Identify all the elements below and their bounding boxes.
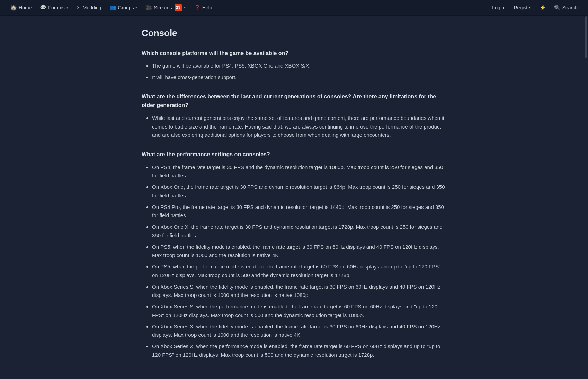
section-generations-diff: What are the differences between the las… [142, 92, 446, 140]
list-item: On Xbox One X, the frame rate target is … [152, 223, 446, 240]
nav-left: 🏠 Home 💬 Forums ▾ ✂ Modding 👥 Groups ▾ 🎥… [7, 0, 489, 16]
search-icon: 🔍 [554, 3, 561, 12]
section3-title: What are the performance settings on con… [142, 150, 446, 159]
nav-forums[interactable]: 💬 Forums ▾ [36, 0, 71, 16]
list-item: The game will be available for PS4, PS5,… [152, 62, 446, 70]
streams-chevron: ▾ [184, 5, 186, 10]
nav-register[interactable]: Register [510, 0, 535, 16]
section1-title: Which console platforms will the game be… [142, 49, 446, 58]
forums-icon: 💬 [40, 3, 46, 12]
nav-right: Log in Register ⚡ 🔍 Search [489, 0, 581, 16]
page-title: Console [142, 26, 446, 41]
section2-title: What are the differences between the las… [142, 92, 446, 110]
register-label: Register [514, 4, 532, 11]
notifications-button[interactable]: ⚡ [537, 1, 549, 14]
main-content: Console Which console platforms will the… [86, 16, 502, 379]
help-icon: ❓ [194, 3, 201, 12]
groups-icon: 👥 [110, 3, 116, 12]
forums-chevron: ▾ [66, 5, 68, 10]
home-label: Home [19, 4, 32, 11]
nav-help[interactable]: ❓ Help [190, 0, 216, 16]
nav-login[interactable]: Log in [489, 0, 509, 16]
groups-chevron: ▾ [135, 5, 137, 10]
groups-label: Groups [118, 4, 134, 11]
list-item: On PS4 Pro, the frame rate target is 30 … [152, 203, 446, 220]
scrollbar-track[interactable] [585, 16, 588, 379]
list-item: On Xbox Series S, when the fidelity mode… [152, 283, 446, 300]
list-item: On Xbox One, the frame rate target is 30… [152, 183, 446, 200]
nav-groups[interactable]: 👥 Groups ▾ [106, 0, 141, 16]
list-item: On Xbox Series S, when the performance m… [152, 302, 446, 320]
login-label: Log in [492, 4, 505, 11]
list-item: On Xbox Series X, when the performance m… [152, 342, 446, 360]
nav-search[interactable]: 🔍 Search [551, 0, 581, 16]
list-item: On PS5, when the performance mode is ena… [152, 263, 446, 280]
streams-badge: 23 [175, 4, 182, 11]
section1-list: The game will be available for PS4, PS5,… [142, 62, 446, 82]
nav-streams[interactable]: 🎥 Streams 23 ▾ [142, 0, 189, 16]
modding-label: Modding [83, 4, 101, 11]
modding-icon: ✂ [77, 3, 81, 12]
nav-modding[interactable]: ✂ Modding [73, 0, 105, 16]
forums-label: Forums [48, 4, 64, 11]
list-item: On PS4, the frame rate target is 30 FPS … [152, 163, 446, 180]
list-item: On PS5, when the fidelity mode is enable… [152, 243, 446, 260]
list-item: It will have cross-generation support. [152, 73, 446, 82]
help-label: Help [202, 4, 212, 11]
section3-list: On PS4, the frame rate target is 30 FPS … [142, 163, 446, 360]
nav-home[interactable]: 🏠 Home [7, 0, 35, 16]
scrollbar-thumb[interactable] [585, 16, 587, 58]
bell-icon: ⚡ [540, 3, 546, 12]
section2-list: While last and current generations enjoy… [142, 114, 446, 140]
navbar: 🏠 Home 💬 Forums ▾ ✂ Modding 👥 Groups ▾ 🎥… [0, 0, 588, 16]
section-console-platforms: Which console platforms will the game be… [142, 49, 446, 82]
home-icon: 🏠 [10, 3, 17, 12]
list-item: While last and current generations enjoy… [152, 114, 446, 140]
section-performance-settings: What are the performance settings on con… [142, 150, 446, 360]
search-label: Search [562, 4, 578, 11]
list-item: On Xbox Series X, when the fidelity mode… [152, 323, 446, 340]
streams-icon: 🎥 [145, 3, 152, 12]
streams-label: Streams [154, 4, 172, 11]
